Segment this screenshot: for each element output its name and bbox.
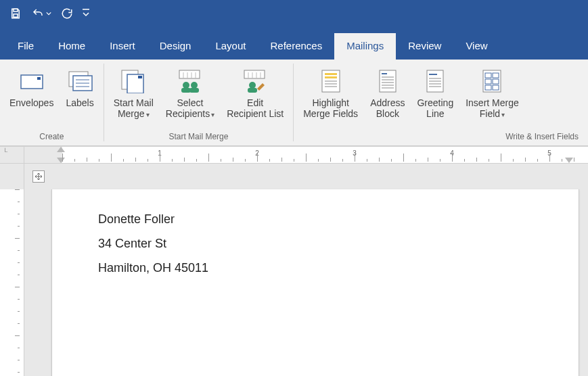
labels-button[interactable]: Labels [60,64,99,108]
ribbon: Envelopes Labels Create [0,60,588,146]
labels-icon [66,66,93,96]
mail-merge-icon [119,66,148,96]
quick-access-toolbar [0,0,588,27]
recipients-icon [175,66,205,96]
group-label-start-mail-merge: Start Mail Merge [108,129,290,145]
svg-point-27 [249,82,256,89]
labels-label: Labels [66,97,93,108]
svg-point-18 [183,82,189,89]
address-block-label: Address Block [370,97,405,119]
highlight-fields-icon [319,66,342,96]
ribbon-group-write-insert: Highlight Merge Fields Address Block [294,60,588,145]
svg-rect-31 [325,76,337,78]
document-area: Donette Foller 34 Center St Hamilton, OH… [0,164,588,376]
tab-file[interactable]: File [5,33,46,60]
svg-rect-21 [189,88,199,93]
page-scroll-area[interactable]: Donette Foller 34 Center St Hamilton, OH… [24,164,588,376]
document-content[interactable]: Donette Foller 34 Center St Hamilton, OH… [52,189,579,280]
tab-selector[interactable]: └ [0,146,24,163]
envelopes-label: Envelopes [9,97,53,108]
ribbon-group-start-mail-merge: Start Mail Merge▾ Select Recipients▾ [104,60,294,145]
save-button[interactable] [9,7,22,20]
redo-button[interactable] [61,7,73,20]
chevron-down-icon: ▾ [501,111,505,118]
insert-merge-field-button[interactable]: Insert Merge Field▾ [460,64,524,119]
address-block-button[interactable]: Address Block [365,64,410,119]
svg-rect-1 [14,14,18,18]
svg-rect-0 [14,9,18,11]
chevron-down-icon: ▾ [211,111,214,118]
ribbon-tabs: File Home Insert Design Layout Reference… [0,27,588,60]
doc-line[interactable]: Hamilton, OH 45011 [98,256,579,280]
group-label-write-insert: Write & Insert Fields [298,129,584,145]
edit-recipient-list-label: Edit Recipient List [227,97,284,119]
svg-rect-2 [83,9,89,10]
undo-button[interactable] [31,7,51,20]
insert-merge-field-label: Insert Merge Field▾ [466,97,519,119]
vertical-ruler[interactable] [0,164,24,376]
address-block-icon [378,66,398,96]
tab-home[interactable]: Home [46,33,97,60]
svg-rect-30 [325,73,337,75]
svg-rect-36 [382,73,387,74]
doc-line[interactable]: 34 Center St [98,231,579,256]
ruler-row: └ 12345 [0,146,588,164]
chevron-down-icon: ▾ [146,111,150,118]
svg-rect-22 [244,70,265,78]
svg-rect-13 [179,70,200,78]
envelope-icon [18,66,45,96]
tab-insert[interactable]: Insert [97,33,148,60]
svg-rect-20 [181,88,191,93]
edit-recipient-list-button[interactable]: Edit Recipient List [221,64,289,119]
svg-rect-28 [248,88,257,93]
horizontal-ruler[interactable]: 12345 [24,146,588,163]
customize-icon [83,9,89,18]
greeting-line-label: Greeting Line [417,97,453,119]
tab-mailings[interactable]: Mailings [334,33,396,60]
svg-rect-48 [483,70,501,92]
save-icon [9,7,22,20]
highlight-merge-fields-button[interactable]: Highlight Merge Fields [298,64,363,119]
document-page[interactable]: Donette Foller 34 Center St Hamilton, OH… [51,189,579,376]
undo-icon [31,7,45,20]
chevron-down-icon [46,11,51,16]
tab-review[interactable]: Review [396,33,453,60]
doc-line[interactable]: Donette Foller [98,207,579,231]
insert-merge-field-icon [480,66,503,96]
tab-view[interactable]: View [453,33,499,60]
customize-qat-button[interactable] [83,9,89,18]
svg-rect-12 [138,76,142,78]
start-mail-merge-label: Start Mail Merge▾ [114,97,154,119]
svg-rect-4 [37,77,41,80]
svg-point-19 [191,82,198,89]
envelopes-button[interactable]: Envelopes [4,64,59,108]
highlight-merge-fields-label: Highlight Merge Fields [303,97,358,119]
start-mail-merge-button[interactable]: Start Mail Merge▾ [108,64,159,119]
tab-layout[interactable]: Layout [203,33,258,60]
ribbon-group-create: Envelopes Labels Create [0,60,104,145]
select-recipients-button[interactable]: Select Recipients▾ [160,64,220,119]
group-label-create: Create [4,129,99,145]
select-recipients-label: Select Recipients▾ [166,97,214,119]
greeting-line-button[interactable]: Greeting Line [411,64,459,119]
table-move-handle[interactable] [32,170,45,183]
tab-references[interactable]: References [258,33,334,60]
tab-design[interactable]: Design [148,33,204,60]
redo-icon [61,7,73,20]
ruler-margin [0,164,24,189]
edit-recipients-icon [240,66,270,96]
ruler-ticks: 12345 [62,147,588,163]
greeting-line-icon [425,66,445,96]
